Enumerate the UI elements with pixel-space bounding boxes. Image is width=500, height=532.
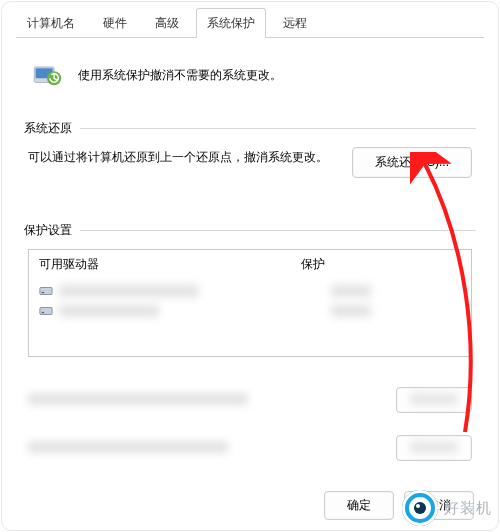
drive-name-blurred xyxy=(59,305,159,317)
create-text-blurred xyxy=(28,441,228,456)
drive-icon xyxy=(39,284,53,298)
config-text-blurred xyxy=(28,393,248,408)
column-drive: 可用驱动器 xyxy=(39,256,119,273)
tab-systemprotection[interactable]: 系统保护 xyxy=(196,8,266,38)
drive-protection-blurred xyxy=(331,305,371,317)
tabs-bar: 计算机名 硬件 高级 系统保护 远程 xyxy=(2,2,498,38)
drive-icon xyxy=(39,304,53,318)
tab-advanced[interactable]: 高级 xyxy=(144,8,190,38)
svg-rect-6 xyxy=(42,312,45,313)
drive-name-blurred xyxy=(59,285,199,297)
drive-protection-blurred xyxy=(331,285,371,297)
divider xyxy=(80,128,476,129)
drives-listbox[interactable]: 可用驱动器 保护 xyxy=(28,249,472,357)
watermark: 好装机 xyxy=(402,490,492,526)
svg-rect-5 xyxy=(40,308,52,315)
watermark-logo-icon xyxy=(402,490,438,526)
create-button[interactable] xyxy=(396,435,472,461)
config-area xyxy=(24,387,476,461)
drive-row[interactable] xyxy=(29,301,471,321)
tab-hardware[interactable]: 硬件 xyxy=(92,8,138,38)
config-row xyxy=(28,387,472,413)
drive-row[interactable] xyxy=(29,281,471,301)
section-restore-header: 系统还原 xyxy=(24,120,476,137)
section-protect-header: 保护设置 xyxy=(24,222,476,239)
restore-row: 可以通过将计算机还原到上一个还原点，撤消系统更改。 系统还原(S)... xyxy=(24,147,476,178)
intro-row: 使用系统保护撤消不需要的系统更改。 xyxy=(24,47,476,110)
ok-button[interactable]: 确定 xyxy=(324,491,394,520)
watermark-text: 好装机 xyxy=(444,499,492,518)
tab-computername[interactable]: 计算机名 xyxy=(16,8,86,38)
svg-rect-3 xyxy=(40,288,52,295)
restore-shield-icon xyxy=(30,57,64,94)
drives-header: 可用驱动器 保护 xyxy=(29,250,471,281)
svg-rect-4 xyxy=(42,292,45,293)
restore-description: 可以通过将计算机还原到上一个还原点，撤消系统更改。 xyxy=(28,147,340,167)
create-row xyxy=(28,435,472,461)
column-protection: 保护 xyxy=(301,256,461,276)
intro-text: 使用系统保护撤消不需要的系统更改。 xyxy=(78,67,282,84)
system-restore-button[interactable]: 系统还原(S)... xyxy=(352,147,472,178)
system-properties-window: 计算机名 硬件 高级 系统保护 远程 使用系统保护撤消不需要的系统更改。 系统还… xyxy=(1,1,499,531)
tab-remote[interactable]: 远程 xyxy=(272,8,318,38)
section-restore-title: 系统还原 xyxy=(24,120,72,137)
section-protect-title: 保护设置 xyxy=(24,222,72,239)
tab-content: 使用系统保护撤消不需要的系统更改。 系统还原 可以通过将计算机还原到上一个还原点… xyxy=(2,39,498,491)
divider xyxy=(80,230,476,231)
configure-button[interactable] xyxy=(396,387,472,413)
